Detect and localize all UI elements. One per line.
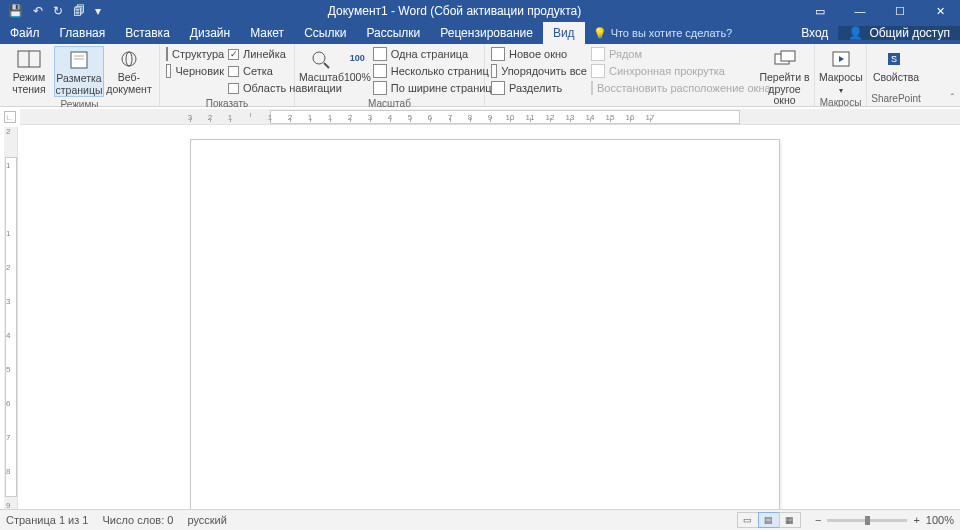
qat-more-icon[interactable]: ▾	[95, 4, 101, 18]
zoom-in-button[interactable]: +	[913, 514, 919, 526]
tab-layout[interactable]: Макет	[240, 22, 294, 44]
properties-button[interactable]: S Свойства	[871, 46, 921, 84]
share-button[interactable]: 👤 Общий доступ	[838, 26, 960, 40]
checkbox-checked-icon: ✓	[228, 49, 239, 60]
page-width-button[interactable]: По ширине страницы	[373, 80, 500, 96]
horizontal-ruler[interactable]: 3211211234567891011121314151617	[20, 109, 960, 125]
read-mode-label: Режим чтения	[12, 72, 45, 95]
tab-mailings[interactable]: Рассылки	[356, 22, 430, 44]
zoom-100-label: 100%	[344, 72, 371, 84]
sync-scroll-button: Синхронная прокрутка	[591, 63, 757, 79]
side-by-side-label: Рядом	[609, 48, 642, 60]
arrange-icon	[491, 64, 497, 78]
one-page-button[interactable]: Одна страница	[373, 46, 500, 62]
status-language[interactable]: русский	[187, 514, 226, 526]
outline-icon	[166, 47, 168, 61]
dropdown-icon: ▾	[839, 86, 843, 95]
svg-line-8	[324, 63, 329, 68]
print-layout-button[interactable]: Разметка страницы	[54, 46, 104, 97]
view-weblayout-icon[interactable]: ▦	[779, 512, 801, 528]
document-canvas[interactable]	[20, 127, 960, 509]
window-maximize-icon[interactable]: ☐	[880, 0, 920, 22]
login-button[interactable]: Вход	[791, 26, 838, 40]
checkbox-icon	[228, 83, 239, 94]
outline-label: Структура	[172, 48, 224, 60]
reset-window-label: Восстановить расположение окна	[597, 82, 771, 94]
sync-scroll-label: Синхронная прокрутка	[609, 65, 725, 77]
gridlines-label: Сетка	[243, 65, 273, 77]
resetwin-icon	[591, 81, 593, 95]
tab-home[interactable]: Главная	[50, 22, 116, 44]
collapse-ribbon-icon[interactable]: ˆ	[951, 93, 954, 104]
zoom-button[interactable]: Масштаб	[299, 46, 344, 84]
onepage-icon	[373, 47, 387, 61]
tell-me[interactable]: 💡 Что вы хотите сделать?	[585, 22, 741, 44]
zoom-out-button[interactable]: −	[815, 514, 821, 526]
sync-icon	[591, 64, 605, 78]
svg-point-7	[313, 52, 325, 64]
qat-redo-icon[interactable]: ↻	[53, 4, 63, 18]
multi-page-label: Несколько страниц	[391, 65, 489, 77]
share-label: Общий доступ	[869, 26, 950, 40]
split-label: Разделить	[509, 82, 562, 94]
page[interactable]	[190, 139, 780, 509]
read-mode-button[interactable]: Режим чтения	[4, 46, 54, 95]
split-icon	[491, 81, 505, 95]
svg-rect-10	[781, 51, 795, 61]
macros-label: Макросы	[819, 71, 863, 83]
new-window-label: Новое окно	[509, 48, 567, 60]
zoom-100-button[interactable]: 100 100%	[344, 46, 371, 84]
zoom-slider[interactable]	[827, 519, 907, 522]
arrange-all-label: Упорядочить все	[501, 65, 587, 77]
vertical-ruler[interactable]: 21123456789	[4, 127, 18, 509]
window-close-icon[interactable]: ✕	[920, 0, 960, 22]
magnifier-icon	[308, 48, 334, 70]
multi-page-button[interactable]: Несколько страниц	[373, 63, 500, 79]
web-layout-label: Веб- документ	[106, 72, 151, 95]
status-wordcount[interactable]: Число слов: 0	[102, 514, 173, 526]
page-width-label: По ширине страницы	[391, 82, 500, 94]
print-layout-label: Разметка страницы	[56, 73, 103, 96]
qat-touchmode-icon[interactable]: 🗐	[73, 4, 85, 18]
macros-button[interactable]: Макросы▾	[819, 46, 863, 95]
qat-save-icon[interactable]: 💾	[8, 4, 23, 18]
web-layout-button[interactable]: Веб- документ	[104, 46, 154, 95]
tab-file[interactable]: Файл	[0, 22, 50, 44]
switch-windows-button[interactable]: Перейти в другое окно	[759, 46, 810, 107]
tab-design[interactable]: Дизайн	[180, 22, 240, 44]
view-readmode-icon[interactable]: ▭	[737, 512, 759, 528]
book-icon	[16, 48, 42, 70]
view-printlayout-icon[interactable]: ▤	[758, 512, 780, 528]
newwindow-icon	[491, 47, 505, 61]
svg-rect-2	[71, 52, 87, 68]
svg-point-5	[122, 52, 136, 66]
person-icon: 👤	[848, 26, 863, 40]
checkbox-icon	[228, 66, 239, 77]
tab-view[interactable]: Вид	[543, 22, 585, 44]
outline-button[interactable]: Структура	[166, 46, 224, 62]
zoom-level[interactable]: 100%	[926, 514, 954, 526]
ribbon-displayopts-icon[interactable]: ▭	[800, 0, 840, 22]
tab-review[interactable]: Рецензирование	[430, 22, 543, 44]
zoom-label: Масштаб	[299, 72, 344, 84]
status-page[interactable]: Страница 1 из 1	[6, 514, 88, 526]
sidebyside-icon	[591, 47, 605, 61]
arrange-all-button[interactable]: Упорядочить все	[491, 63, 587, 79]
draft-button[interactable]: Черновик	[166, 63, 224, 79]
tab-insert[interactable]: Вставка	[115, 22, 180, 44]
split-button[interactable]: Разделить	[491, 80, 587, 96]
sharepoint-icon: S	[883, 48, 909, 70]
reset-window-button: Восстановить расположение окна	[591, 80, 757, 96]
window-minimize-icon[interactable]: —	[840, 0, 880, 22]
side-by-side-button: Рядом	[591, 46, 757, 62]
zoom-slider-thumb[interactable]	[865, 516, 870, 525]
svg-text:S: S	[891, 54, 897, 64]
globe-icon	[116, 48, 142, 70]
tab-selector[interactable]: ∟	[4, 111, 16, 123]
qat-undo-icon[interactable]: ↶	[33, 4, 43, 18]
tab-references[interactable]: Ссылки	[294, 22, 356, 44]
window-title: Документ1 - Word (Сбой активации продукт…	[109, 4, 800, 18]
new-window-button[interactable]: Новое окно	[491, 46, 587, 62]
ruler-label: Линейка	[243, 48, 286, 60]
pagewidth-icon	[373, 81, 387, 95]
